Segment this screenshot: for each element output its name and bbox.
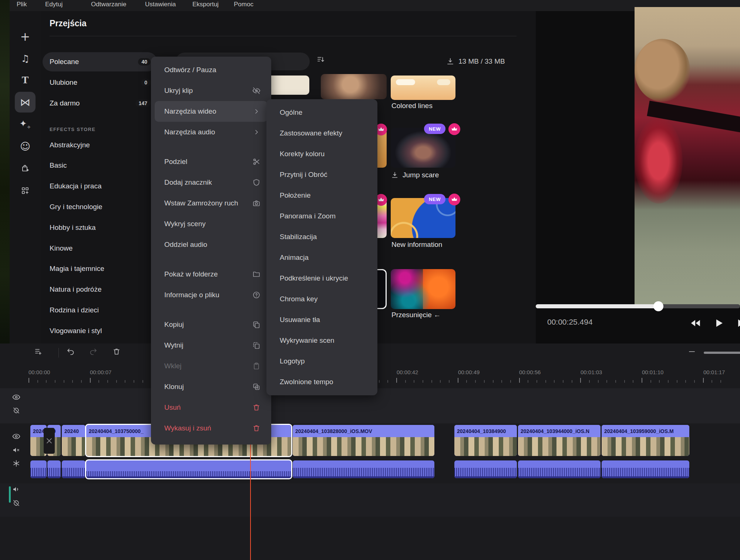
- timeline-clip[interactable]: 20240404_103959000_iOS.M: [602, 425, 689, 456]
- transition-thumb-jump-scare[interactable]: [391, 128, 455, 168]
- download-icon: [446, 57, 455, 66]
- timeline-clip[interactable]: 20240404_103828000_iOS.MOV: [293, 425, 434, 456]
- next-frame-icon[interactable]: [736, 317, 740, 329]
- audio-clip[interactable]: [602, 460, 689, 478]
- category-za-darmo[interactable]: Za darmo 147: [43, 94, 157, 113]
- timeline-clip[interactable]: 20240404_103944000_iOS.N: [518, 425, 601, 456]
- menu-ustawienia[interactable]: Ustawienia: [145, 1, 176, 8]
- trash-icon: [252, 424, 261, 433]
- store-category-edukacja[interactable]: Edukacja i praca: [50, 182, 101, 192]
- category-ulubione[interactable]: Ulubione 0: [43, 73, 157, 92]
- effects-icon[interactable]: ✦✧: [15, 114, 36, 134]
- menu-item-add-marker[interactable]: Dodaj znacznik: [155, 172, 268, 193]
- transition-marker-icon[interactable]: [44, 428, 55, 454]
- mute-icon[interactable]: [12, 446, 22, 456]
- timeline-zoom-slider[interactable]: [704, 352, 740, 354]
- menu-item-cut[interactable]: Wytnij: [155, 335, 268, 356]
- submenu-item-stabilization[interactable]: Stabilizacija: [270, 227, 374, 247]
- timeline-clip[interactable]: 20240404_10384900: [454, 425, 517, 456]
- submenu-item-position[interactable]: Położenie: [270, 185, 374, 206]
- music-icon[interactable]: ♫: [15, 48, 36, 69]
- menu-item-paste[interactable]: Wklej: [155, 356, 268, 376]
- transition-thumb-przesuniecie[interactable]: [391, 269, 455, 309]
- undo-icon[interactable]: [66, 347, 77, 358]
- menu-item-split[interactable]: Podziel: [155, 151, 268, 172]
- audio-clip[interactable]: [454, 460, 517, 478]
- menu-item-copy[interactable]: Kopiuj: [155, 314, 268, 335]
- audio-clip[interactable]: [47, 460, 61, 478]
- menu-item-show-in-folder[interactable]: Pokaż w folderze: [155, 264, 268, 285]
- store-category-rodzina[interactable]: Rodzina i dzieci: [50, 306, 99, 316]
- transitions-icon[interactable]: ⋈: [15, 92, 36, 113]
- store-category-natura[interactable]: Natura i podróże: [50, 285, 101, 295]
- text-icon[interactable]: T: [15, 70, 36, 90]
- rewind-icon[interactable]: [689, 317, 702, 329]
- audio-clip-selected[interactable]: [86, 460, 291, 478]
- menu-odtwarzanie[interactable]: Odtwarzanie: [91, 1, 126, 8]
- submenu-item-background-removal[interactable]: Usuwanie tła: [270, 309, 374, 330]
- store-category-magia[interactable]: Magia i tajemnice: [50, 265, 104, 274]
- snowflake-icon[interactable]: [12, 459, 22, 469]
- menu-item-detach-audio[interactable]: Oddziel audio: [155, 234, 268, 255]
- menu-item-hide-clip[interactable]: Ukryj klip: [155, 80, 268, 101]
- store-category-hobby[interactable]: Hobby i sztuka: [50, 224, 96, 233]
- waveform: [602, 468, 689, 478]
- stickers-icon[interactable]: ☺: [15, 136, 36, 157]
- audio-clip[interactable]: [30, 460, 47, 478]
- submenu-item-logo[interactable]: Logotyp: [270, 351, 374, 372]
- transition-thumb-new-information[interactable]: [391, 198, 455, 238]
- audio-clip[interactable]: [62, 460, 85, 478]
- menu-item-audio-tools[interactable]: Narzędzia audio: [155, 122, 268, 142]
- link-off-icon[interactable]: [12, 406, 22, 416]
- submenu-item-general[interactable]: Ogólne: [270, 102, 374, 123]
- delete-icon[interactable]: [112, 347, 123, 358]
- store-icon[interactable]: [15, 158, 36, 179]
- add-track-icon[interactable]: [34, 347, 45, 358]
- audio-clip[interactable]: [518, 460, 601, 478]
- play-icon[interactable]: [713, 317, 725, 329]
- eye-icon[interactable]: [12, 393, 22, 403]
- transition-thumb-colored-lines[interactable]: [391, 76, 455, 100]
- submenu-item-slow-motion[interactable]: Zwolnione tempo: [270, 372, 374, 392]
- speaker-icon[interactable]: [12, 485, 22, 495]
- submenu-item-scene-detection[interactable]: Wykrywanie scen: [270, 330, 374, 351]
- store-category-vlogowanie[interactable]: Vlogowanie i styl: [50, 327, 102, 336]
- submenu-item-applied-effects[interactable]: Zastosowane efekty: [270, 123, 374, 144]
- audio-clip[interactable]: [293, 460, 434, 478]
- menu-item-ripple-delete[interactable]: Wykasuj i zsuń: [155, 418, 268, 439]
- add-media-icon[interactable]: +: [15, 26, 36, 47]
- store-category-kinowe[interactable]: Kinowe: [50, 244, 73, 254]
- category-polecane[interactable]: Polecane 40: [43, 52, 157, 71]
- submenu-item-chroma-key[interactable]: Chroma key: [270, 289, 374, 309]
- submenu-item-highlight-conceal[interactable]: Podkreślenie i ukrycie: [270, 268, 374, 289]
- menu-pomoc[interactable]: Pomoc: [234, 1, 253, 8]
- submenu-item-color-adjustments[interactable]: Korekty koloru: [270, 144, 374, 164]
- submenu-item-crop-rotate[interactable]: Przytnij i Obróć: [270, 164, 374, 185]
- eye-icon[interactable]: [12, 432, 22, 442]
- submenu-item-pan-zoom[interactable]: Panorama i Zoom: [270, 206, 374, 227]
- store-category-basic[interactable]: Basic: [50, 161, 67, 171]
- redo-icon[interactable]: [89, 347, 100, 358]
- menu-edytuj[interactable]: Edytuj: [45, 1, 63, 8]
- menu-item-label: Narzędzia audio: [164, 128, 215, 136]
- store-category-gry[interactable]: Gry i technologie: [50, 203, 102, 212]
- menu-item-delete[interactable]: Usuń: [155, 397, 268, 418]
- menu-item-freeze-frame[interactable]: Wstaw Zamrożony ruch: [155, 193, 268, 214]
- transition-thumb-partial[interactable]: [321, 74, 387, 99]
- submenu-item-animation[interactable]: Animacja: [270, 247, 374, 268]
- menu-item-video-tools[interactable]: Narzędzia wideo: [155, 101, 268, 122]
- menu-item-play-pause[interactable]: Odtwórz / Pauza: [155, 60, 268, 80]
- menu-plik[interactable]: Plik: [17, 1, 27, 8]
- menu-eksportuj[interactable]: Eksportuj: [192, 1, 219, 8]
- sort-icon[interactable]: [316, 55, 330, 68]
- ruler-timecode: 00:00:00: [28, 369, 50, 375]
- seek-bar-handle[interactable]: [653, 301, 663, 311]
- menu-item-clone[interactable]: Klonuj: [155, 376, 268, 397]
- link-off-icon[interactable]: [12, 499, 22, 509]
- zoom-out-icon[interactable]: [687, 347, 699, 358]
- menu-item-file-info[interactable]: Informacje o pliku: [155, 285, 268, 305]
- menu-item-detect-scenes[interactable]: Wykryj sceny: [155, 214, 268, 234]
- store-category-abstrakcyjne[interactable]: Abstrakcyjne: [50, 141, 90, 151]
- more-apps-icon[interactable]: [15, 180, 36, 201]
- timeline-clip[interactable]: 20240: [62, 425, 85, 456]
